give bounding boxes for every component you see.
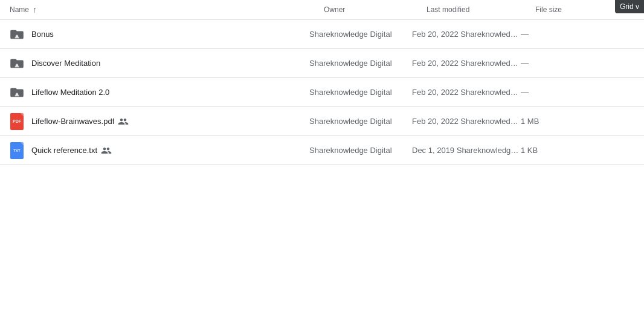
- file-name-cell: Discover Meditation: [10, 56, 309, 71]
- cell-size: —: [521, 59, 593, 68]
- file-name-text: Lifeflow-Brainwaves.pdf: [31, 117, 114, 126]
- grid-view-button[interactable]: Grid v: [615, 0, 644, 13]
- shared-icon: [118, 116, 129, 127]
- file-name-cell: Lifeflow Meditation 2.0: [10, 85, 309, 100]
- cell-modified: Dec 1, 2019 Shareknowledge ...: [412, 146, 521, 155]
- list-header: Name ↑ Owner Last modified File size: [0, 0, 644, 20]
- file-icon: PDF: [10, 114, 24, 129]
- cell-size: —: [521, 88, 593, 97]
- table-row[interactable]: Discover Meditation Shareknowledge Digit…: [0, 49, 644, 78]
- file-list: Name ↑ Owner Last modified File size Bon…: [0, 0, 644, 165]
- file-rows-container: Bonus Shareknowledge Digital Feb 20, 202…: [0, 20, 644, 165]
- file-name-cell: TXT Quick reference.txt: [10, 143, 309, 158]
- file-icon: [10, 56, 24, 71]
- table-row[interactable]: PDF Lifeflow-Brainwaves.pdf Shareknowled…: [0, 107, 644, 136]
- column-file-size: File size: [535, 5, 608, 14]
- table-row[interactable]: Lifeflow Meditation 2.0 Shareknowledge D…: [0, 78, 644, 107]
- table-row[interactable]: TXT Quick reference.txt Shareknowledge D…: [0, 136, 644, 165]
- file-name-text: Lifeflow Meditation 2.0: [31, 88, 109, 97]
- cell-owner: Shareknowledge Digital: [309, 146, 412, 155]
- file-name-text: Quick reference.txt: [31, 146, 97, 155]
- file-icon: TXT: [10, 143, 24, 158]
- cell-size: 1 MB: [521, 117, 593, 126]
- file-name-text: Discover Meditation: [31, 59, 100, 68]
- file-icon: [10, 27, 24, 42]
- shared-icon: [101, 145, 112, 156]
- file-name-text: Bonus: [31, 30, 54, 39]
- cell-owner: Shareknowledge Digital: [309, 59, 412, 68]
- cell-size: 1 KB: [521, 146, 593, 155]
- file-name-cell: PDF Lifeflow-Brainwaves.pdf: [10, 114, 309, 129]
- column-name[interactable]: Name ↑: [10, 5, 324, 15]
- file-icon: [10, 85, 24, 100]
- file-name-cell: Bonus: [10, 27, 309, 42]
- cell-size: —: [521, 30, 593, 39]
- table-row[interactable]: Bonus Shareknowledge Digital Feb 20, 202…: [0, 20, 644, 49]
- cell-modified: Feb 20, 2022 Shareknowledge ...: [412, 88, 521, 97]
- cell-owner: Shareknowledge Digital: [309, 88, 412, 97]
- cell-modified: Feb 20, 2022 Shareknowledge ...: [412, 117, 521, 126]
- sort-arrow-icon: ↑: [33, 5, 37, 15]
- cell-owner: Shareknowledge Digital: [309, 30, 412, 39]
- cell-owner: Shareknowledge Digital: [309, 117, 412, 126]
- column-last-modified: Last modified: [427, 5, 535, 14]
- cell-modified: Feb 20, 2022 Shareknowledge ...: [412, 59, 521, 68]
- column-owner: Owner: [324, 5, 427, 14]
- cell-modified: Feb 20, 2022 Shareknowledge ...: [412, 30, 521, 39]
